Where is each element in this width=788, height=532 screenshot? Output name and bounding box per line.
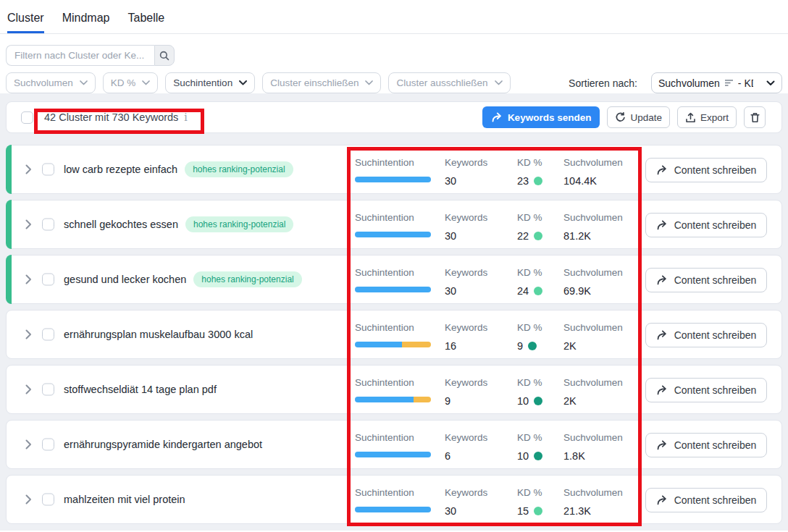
- tab-tabelle[interactable]: Tabelle: [128, 12, 165, 33]
- filter-cluster-einschliessen[interactable]: Cluster einschließen: [262, 72, 381, 93]
- ranking-potential-badge: hohes ranking-potenzial: [193, 271, 301, 287]
- ranking-accent-bar: [6, 200, 12, 249]
- column-kd: KD % 9: [517, 322, 542, 352]
- tab-cluster[interactable]: Cluster: [7, 12, 44, 33]
- tab-bar: Cluster Mindmap Tabelle: [0, 0, 788, 34]
- column-suchintention: Suchintention: [355, 322, 431, 347]
- write-content-button[interactable]: Content schreiben: [645, 378, 767, 402]
- export-icon: [685, 112, 696, 123]
- refresh-icon: [615, 112, 626, 123]
- column-suchintention: Suchintention: [355, 212, 431, 237]
- cluster-name: ernährungspyramide kindergarten angebot: [64, 439, 262, 450]
- filter-suchvolumen[interactable]: Suchvolumen: [6, 72, 96, 93]
- write-content-button[interactable]: Content schreiben: [645, 268, 767, 292]
- filter-cluster-ausschliessen[interactable]: Cluster ausschließen: [388, 72, 510, 93]
- row-checkbox[interactable]: [42, 439, 54, 451]
- export-button[interactable]: Export: [677, 106, 737, 128]
- chevron-down-icon: [142, 80, 150, 85]
- search-icon: [159, 51, 169, 61]
- intent-bar: [355, 232, 431, 237]
- intent-bar: [355, 452, 431, 457]
- write-content-button[interactable]: Content schreiben: [645, 158, 767, 182]
- write-content-button[interactable]: Content schreiben: [645, 323, 767, 347]
- ranking-potential-badge: hohes ranking-potenzial: [185, 216, 293, 232]
- send-arrow-icon: [656, 220, 668, 230]
- kd-dot: [534, 232, 542, 240]
- row-checkbox[interactable]: [42, 164, 54, 176]
- select-all-checkbox[interactable]: [21, 111, 33, 124]
- search-input[interactable]: [6, 45, 154, 66]
- ranking-potential-badge: hohes ranking-potenzial: [185, 161, 293, 177]
- filter-suchintention[interactable]: Suchintention: [165, 72, 255, 93]
- tab-mindmap[interactable]: Mindmap: [62, 12, 110, 33]
- filter-kd[interactable]: KD %: [103, 72, 159, 93]
- chevron-down-icon: [365, 80, 373, 85]
- header-buttons: Keywords senden Update Export: [482, 106, 766, 128]
- column-suchvolumen: Suchvolumen 69.9K: [563, 267, 623, 297]
- column-kd: KD % 24: [517, 267, 542, 297]
- send-arrow-icon: [656, 165, 668, 175]
- delete-button[interactable]: [744, 106, 766, 128]
- sort-label: Sortieren nach:: [569, 77, 637, 89]
- chevron-down-icon: [766, 80, 775, 86]
- column-keywords: Keywords 30: [445, 212, 487, 242]
- row-checkbox[interactable]: [42, 494, 54, 506]
- column-suchvolumen: Suchvolumen 104.4K: [563, 157, 623, 187]
- kd-dot: [528, 342, 537, 350]
- list-header: 42 Cluster mit 730 Keywords i Keywords s…: [6, 101, 782, 133]
- intent-bar: [355, 177, 431, 182]
- column-suchvolumen: Suchvolumen 2K: [563, 322, 623, 352]
- write-content-button[interactable]: Content schreiben: [645, 488, 767, 512]
- ranking-accent-bar: [6, 145, 12, 194]
- expand-chevron-icon[interactable]: [25, 439, 32, 449]
- search-row: [6, 45, 782, 66]
- expand-chevron-icon[interactable]: [25, 219, 32, 229]
- cluster-row: low carb rezepte einfach hohes ranking-p…: [6, 145, 782, 194]
- row-checkbox[interactable]: [42, 219, 54, 231]
- send-arrow-icon: [656, 440, 668, 450]
- row-checkbox[interactable]: [42, 384, 54, 396]
- cluster-row: stoffwechseldiät 14 tage plan pdf Suchin…: [6, 365, 782, 414]
- kd-dot: [534, 452, 542, 460]
- cluster-summary: 42 Cluster mit 730 Keywords i: [44, 111, 188, 123]
- cluster-name: low carb rezepte einfach: [64, 164, 177, 175]
- search-button[interactable]: [154, 45, 175, 66]
- column-suchvolumen: Suchvolumen 81.2K: [563, 212, 623, 242]
- intent-bar: [355, 287, 431, 292]
- column-kd: KD % 22: [517, 212, 542, 242]
- cluster-row: ernährungspyramide kindergarten angebot …: [6, 420, 782, 469]
- row-checkbox[interactable]: [42, 329, 54, 341]
- sort-descending-icon: [724, 79, 734, 87]
- send-keywords-button[interactable]: Keywords senden: [482, 106, 600, 128]
- write-content-button[interactable]: Content schreiben: [645, 433, 767, 457]
- kd-dot: [534, 397, 542, 405]
- intent-bar: [355, 397, 431, 402]
- column-keywords: Keywords 16: [445, 322, 487, 352]
- cluster-name: schnell gekochtes essen: [64, 219, 178, 230]
- expand-chevron-icon[interactable]: [25, 494, 32, 504]
- write-content-button[interactable]: Content schreiben: [645, 213, 767, 237]
- column-kd: KD % 15: [517, 487, 542, 517]
- intent-bar: [355, 507, 431, 512]
- expand-chevron-icon[interactable]: [25, 164, 32, 174]
- kd-dot: [534, 177, 542, 185]
- column-keywords: Keywords 30: [445, 267, 487, 297]
- send-arrow-icon: [656, 275, 668, 285]
- info-icon[interactable]: i: [184, 111, 187, 123]
- column-keywords: Keywords 30: [445, 487, 487, 517]
- send-arrow-icon: [491, 112, 503, 122]
- expand-chevron-icon[interactable]: [25, 274, 32, 284]
- cluster-row: schnell gekochtes essen hohes ranking-po…: [6, 200, 782, 249]
- column-suchvolumen: Suchvolumen 2K: [563, 377, 623, 407]
- expand-chevron-icon[interactable]: [25, 329, 32, 339]
- column-suchintention: Suchintention: [355, 377, 431, 402]
- expand-chevron-icon[interactable]: [25, 384, 32, 394]
- sort-select[interactable]: Suchvolumen - KD %: [651, 72, 782, 93]
- cluster-name: ernährungsplan muskelaufbau 3000 kcal: [64, 329, 253, 340]
- trash-icon: [750, 112, 760, 123]
- row-checkbox[interactable]: [42, 274, 54, 286]
- chevron-down-icon: [239, 80, 247, 85]
- cluster-row: ernährungsplan muskelaufbau 3000 kcal Su…: [6, 310, 782, 359]
- cluster-row: gesund und lecker kochen hohes ranking-p…: [6, 255, 782, 304]
- update-button[interactable]: Update: [607, 106, 670, 128]
